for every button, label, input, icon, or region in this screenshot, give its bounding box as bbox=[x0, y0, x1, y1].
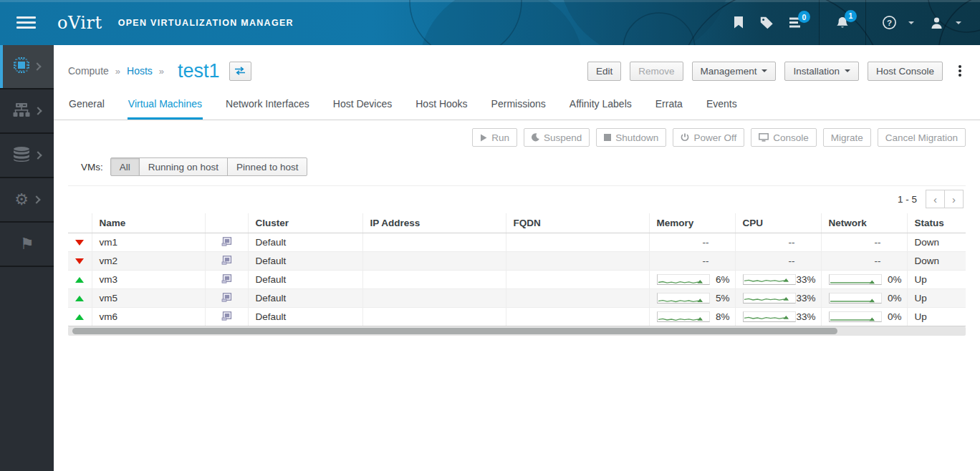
tab-host-hooks[interactable]: Host Hooks bbox=[415, 90, 468, 120]
chevron-right-icon bbox=[34, 151, 42, 159]
vm-console-icon bbox=[221, 274, 232, 283]
vm-ip bbox=[362, 271, 506, 289]
vm-table: Name Cluster IP Address FQDN Memory CPU … bbox=[68, 213, 966, 326]
ovirt-logo[interactable]: oVirt bbox=[57, 13, 102, 33]
vm-name[interactable]: vm2 bbox=[92, 252, 205, 271]
sidebar-item-events[interactable]: ⚑ bbox=[0, 223, 54, 267]
administration-gear-icon: ⚙ bbox=[14, 192, 29, 208]
user-caret-icon[interactable] bbox=[956, 21, 961, 24]
help-caret-icon[interactable] bbox=[908, 21, 914, 24]
events-flag-icon: ⚑ bbox=[20, 236, 34, 252]
sidebar-item-administration[interactable]: ⚙ bbox=[0, 178, 54, 223]
vm-action-toolbar: Run Suspend Shutdown Power Off bbox=[54, 120, 980, 147]
vm-fqdn bbox=[506, 289, 649, 308]
user-icon[interactable] bbox=[930, 16, 943, 29]
vm-status-up-icon bbox=[75, 277, 84, 283]
pagination-range: 1 - 5 bbox=[898, 194, 917, 205]
vms-filter-group: All Running on host Pinned to host bbox=[110, 157, 308, 176]
page-title: test1 bbox=[178, 60, 220, 82]
next-page-button[interactable]: › bbox=[944, 190, 964, 208]
vm-cluster: Default bbox=[248, 252, 362, 271]
filter-all-button[interactable]: All bbox=[110, 157, 140, 176]
tab-general[interactable]: General bbox=[68, 90, 105, 120]
network-sparkline bbox=[829, 311, 882, 322]
tab-virtual-machines[interactable]: Virtual Machines bbox=[128, 90, 203, 120]
sidebar-item-compute[interactable] bbox=[0, 45, 54, 89]
col-memory: Memory bbox=[649, 213, 735, 233]
table-row[interactable]: vm5 Default 5% 33% 0% Up bbox=[68, 289, 966, 308]
vm-console-icon bbox=[221, 237, 232, 246]
sidebar-item-storage[interactable] bbox=[0, 134, 54, 178]
tab-permissions[interactable]: Permissions bbox=[491, 90, 547, 120]
caret-down-icon bbox=[845, 69, 850, 72]
vertical-nav: ⚙ ⚑ bbox=[0, 45, 54, 471]
cpu-sparkline bbox=[743, 274, 796, 285]
moon-icon bbox=[532, 133, 539, 142]
vm-name[interactable]: vm3 bbox=[92, 271, 205, 289]
notifications-bell-icon[interactable]: 1 bbox=[836, 16, 849, 29]
table-row[interactable]: vm1 Default -- -- -- Down bbox=[68, 233, 966, 252]
vm-cpu: -- bbox=[735, 252, 821, 271]
vm-status-up-icon bbox=[75, 314, 84, 320]
pagination: 1 - 5 ‹ › bbox=[68, 186, 966, 213]
memory-sparkline bbox=[657, 274, 710, 285]
vm-fqdn bbox=[506, 252, 649, 271]
col-status: Status bbox=[907, 213, 966, 233]
vm-fqdn bbox=[506, 271, 649, 289]
power-off-button[interactable]: Power Off bbox=[673, 128, 744, 147]
table-row[interactable]: vm3 Default 6% 33% 0% Up bbox=[68, 271, 966, 289]
tab-affinity-labels[interactable]: Affinity Labels bbox=[569, 90, 633, 120]
console-button[interactable]: Console bbox=[751, 128, 817, 147]
vm-status: Up bbox=[907, 308, 966, 326]
tasks-icon[interactable]: 0 bbox=[789, 17, 802, 28]
vms-filter-label: VMs: bbox=[81, 162, 103, 173]
table-row[interactable]: vm2 Default -- -- -- Down bbox=[68, 252, 966, 271]
cancel-migration-button[interactable]: Cancel Migration bbox=[878, 128, 966, 147]
col-state bbox=[68, 213, 92, 233]
vm-name[interactable]: vm1 bbox=[92, 233, 205, 252]
vm-name[interactable]: vm5 bbox=[92, 289, 205, 308]
kebab-menu-button[interactable] bbox=[954, 62, 966, 79]
vm-cluster: Default bbox=[248, 289, 362, 308]
power-icon bbox=[681, 133, 689, 142]
tab-network-interfaces[interactable]: Network Interfaces bbox=[225, 90, 310, 120]
filter-running-on-host-button[interactable]: Running on host bbox=[139, 157, 228, 176]
help-icon[interactable]: ? bbox=[883, 16, 896, 29]
vm-console-icon bbox=[221, 311, 232, 321]
stop-icon bbox=[604, 134, 611, 141]
vm-name[interactable]: vm6 bbox=[92, 308, 205, 326]
vm-fqdn bbox=[506, 233, 649, 252]
management-dropdown-button[interactable]: Management bbox=[692, 62, 777, 81]
run-button[interactable]: Run bbox=[472, 128, 517, 147]
vm-console-icon bbox=[221, 293, 232, 302]
vm-cpu: -- bbox=[735, 233, 821, 252]
switch-host-button[interactable] bbox=[229, 62, 251, 81]
hamburger-menu-button[interactable] bbox=[16, 14, 36, 31]
installation-dropdown-button[interactable]: Installation bbox=[784, 62, 859, 81]
suspend-button[interactable]: Suspend bbox=[524, 128, 590, 147]
sidebar-item-network[interactable] bbox=[0, 89, 54, 134]
table-row[interactable]: vm6 Default 8% 33% 0% Up bbox=[68, 308, 966, 326]
breadcrumb-compute: Compute bbox=[68, 65, 109, 77]
storage-icon bbox=[13, 147, 30, 165]
chevron-right-icon bbox=[32, 195, 40, 203]
host-console-button[interactable]: Host Console bbox=[868, 62, 943, 81]
horizontal-scrollbar-track[interactable] bbox=[68, 326, 966, 336]
remove-button[interactable]: Remove bbox=[630, 62, 683, 81]
col-fqdn: FQDN bbox=[506, 213, 649, 233]
tab-events[interactable]: Events bbox=[706, 90, 738, 120]
memory-sparkline bbox=[657, 311, 710, 322]
edit-button[interactable]: Edit bbox=[587, 62, 621, 81]
horizontal-scrollbar-thumb[interactable] bbox=[72, 328, 837, 334]
tab-errata[interactable]: Errata bbox=[655, 90, 683, 120]
filter-pinned-to-host-button[interactable]: Pinned to host bbox=[227, 157, 307, 176]
vm-console-icon bbox=[221, 256, 232, 265]
tab-host-devices[interactable]: Host Devices bbox=[332, 90, 393, 120]
migrate-button[interactable]: Migrate bbox=[823, 128, 871, 147]
prev-page-button[interactable]: ‹ bbox=[926, 190, 945, 208]
tag-icon[interactable] bbox=[760, 16, 774, 29]
compute-icon bbox=[14, 57, 29, 76]
shutdown-button[interactable]: Shutdown bbox=[596, 128, 666, 147]
breadcrumb-hosts-link[interactable]: Hosts bbox=[127, 65, 153, 77]
bookmark-icon[interactable] bbox=[733, 16, 744, 29]
